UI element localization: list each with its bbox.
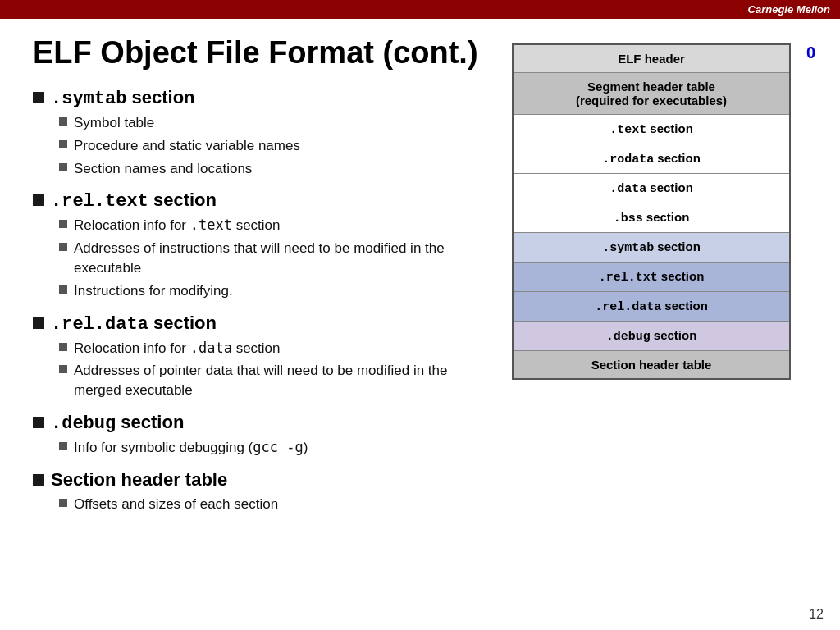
zero-label: 0 (806, 43, 815, 62)
list-item: Symbol table (59, 113, 495, 133)
main-content: ELF Object File Format (cont.) .symtab s… (0, 19, 840, 534)
section-symtab: .symtab section Symbol table Procedure a… (33, 87, 495, 178)
elf-diagram: ELF header Segment header table(required… (512, 43, 791, 380)
section-rel-data: .rel.data section Relocation info for .d… (33, 313, 495, 400)
page-number: 12 (809, 607, 824, 622)
diagram-data-section: .data section (514, 174, 789, 203)
institution-label: Carnegie Mellon (748, 3, 830, 16)
diagram-section-header-table: Section header table (514, 351, 789, 378)
list-item: Procedure and static variable names (59, 136, 495, 156)
diagram-debug-section: .debug section (514, 322, 789, 351)
list-item: Addresses of instructions that will need… (59, 239, 495, 278)
bullet-header-table (33, 474, 44, 486)
section-debug-title: .debug section (51, 412, 184, 434)
section-rel-text-title: .rel.text section (51, 189, 217, 212)
diagram-rodata-section: .rodata section (514, 144, 789, 174)
debug-items: Info for symbolic debugging (gcc -g) (59, 438, 495, 458)
symtab-items: Symbol table Procedure and static variab… (59, 113, 495, 178)
diagram-text-section: .text section (514, 115, 789, 144)
diagram-rel-data-section: .rel.data section (514, 292, 789, 322)
section-header-table: Section header table Offsets and sizes o… (33, 469, 495, 514)
diagram-elf-header: ELF header (514, 45, 789, 73)
diagram-symtab-section: .symtab section (514, 233, 789, 262)
section-rel-data-title: .rel.data section (51, 313, 217, 335)
list-item: Relocation info for .data section (59, 339, 495, 358)
list-item: Addresses of pointer data that will need… (59, 361, 495, 400)
rel-data-items: Relocation info for .data section Addres… (59, 339, 495, 400)
rel-text-items: Relocation info for .text section Addres… (59, 216, 495, 300)
section-debug: .debug section Info for symbolic debuggi… (33, 412, 495, 458)
bullet-symtab (33, 92, 44, 103)
list-item: Section names and locations (59, 159, 495, 179)
bullet-rel-text (33, 194, 44, 206)
section-symtab-title: .symtab section (51, 87, 195, 109)
page-title: ELF Object File Format (cont.) (33, 35, 495, 71)
top-bar: Carnegie Mellon (0, 0, 840, 19)
list-item: Instructions for modifying. (59, 281, 495, 301)
list-item: Info for symbolic debugging (gcc -g) (59, 438, 495, 458)
diagram-bss-section: .bss section (514, 203, 789, 233)
right-column: 0 ELF header Segment header table(requir… (512, 35, 807, 526)
bullet-debug (33, 417, 44, 428)
diagram-segment-header: Segment header table(required for execut… (514, 73, 789, 115)
bullet-rel-data (33, 317, 44, 329)
list-item: Relocation info for .text section (59, 216, 495, 235)
section-rel-text: .rel.text section Relocation info for .t… (33, 189, 495, 300)
list-item: Offsets and sizes of each section (59, 495, 495, 514)
section-header-table-title: Section header table (51, 469, 227, 491)
left-column: ELF Object File Format (cont.) .symtab s… (33, 35, 495, 526)
header-table-items: Offsets and sizes of each section (59, 495, 495, 514)
diagram-rel-txt-section: .rel.txt section (514, 262, 789, 292)
